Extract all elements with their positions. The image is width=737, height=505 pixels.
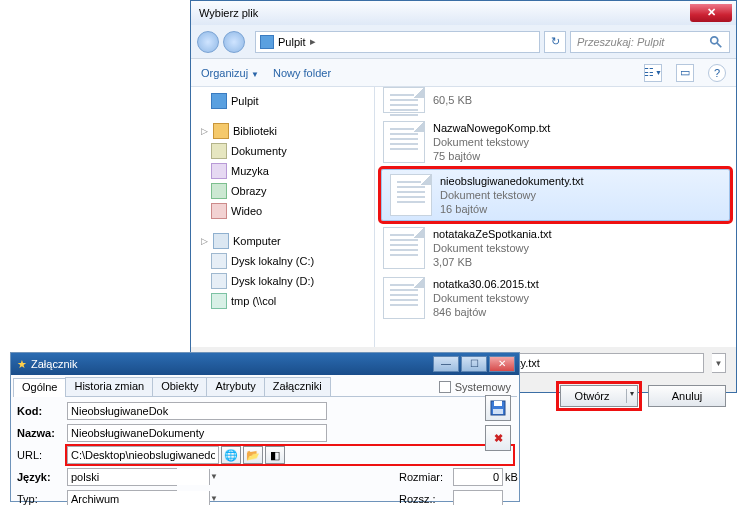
tab-attachments[interactable]: Załączniki	[264, 377, 331, 396]
sidebar-item-computer[interactable]: ▷Komputer	[191, 231, 374, 251]
cancel-button[interactable]: Anuluj	[648, 385, 726, 407]
file-item[interactable]: notatakaZeSpotkania.txt Dokument tekstow…	[375, 223, 736, 273]
view-options-button[interactable]: ☷▼	[644, 64, 662, 82]
file-name: notatka30.06.2015.txt	[433, 277, 539, 291]
file-name: NazwaNowegoKomp.txt	[433, 121, 550, 135]
toolbar: Organizuj▼ Nowy folder ☷▼ ▭ ?	[191, 59, 736, 87]
label-nazwa: Nazwa:	[17, 427, 63, 439]
maximize-button[interactable]: ☐	[461, 356, 487, 372]
attachment-titlebar[interactable]: ★ Załącznik — ☐ ✕	[11, 353, 519, 375]
tab-attributes[interactable]: Atrybuty	[206, 377, 264, 396]
open-folder-button[interactable]: 📂	[243, 446, 263, 464]
system-checkbox[interactable]	[439, 381, 451, 393]
desktop-icon	[260, 35, 274, 49]
system-checkbox-group: Systemowy	[439, 377, 517, 396]
file-open-dialog: Wybierz plik ✕ Pulpit ▸ ↻ Przeszukaj: Pu…	[190, 0, 737, 393]
diskette-icon	[490, 400, 506, 416]
chevron-down-icon[interactable]: ▼	[209, 491, 218, 505]
attachment-window: ★ Załącznik — ☐ ✕ Ogólne Historia zmian …	[10, 352, 520, 502]
browse-button[interactable]: 🌐	[221, 446, 241, 464]
drive-icon	[211, 273, 227, 289]
label-rozsz: Rozsz.:	[399, 493, 449, 505]
jezyk-combo[interactable]: ▼	[67, 468, 177, 486]
text-file-icon	[383, 277, 425, 319]
preview-pane-button[interactable]: ▭	[676, 64, 694, 82]
sidebar-item-network-drive[interactable]: tmp (\\col	[191, 291, 374, 311]
label-url: URL:	[17, 449, 63, 461]
save-button[interactable]	[485, 395, 511, 421]
sidebar-item-drive-c[interactable]: Dysk lokalny (C:)	[191, 251, 374, 271]
nazwa-input[interactable]	[67, 424, 327, 442]
sidebar-item-drive-d[interactable]: Dysk lokalny (D:)	[191, 271, 374, 291]
tab-objects[interactable]: Obiekty	[152, 377, 207, 396]
sidebar-item-videos[interactable]: Wideo	[191, 201, 374, 221]
text-file-icon	[383, 87, 425, 113]
nav-row: Pulpit ▸ ↻ Przeszukaj: Pulpit	[191, 25, 736, 59]
organize-menu[interactable]: Organizuj▼	[201, 67, 259, 79]
filename-history-button[interactable]: ▼	[712, 353, 726, 373]
pictures-icon	[211, 183, 227, 199]
sidebar-item-desktop[interactable]: Pulpit	[191, 91, 374, 111]
chevron-right-icon: ▸	[310, 35, 316, 48]
sidebar-item-pictures[interactable]: Obrazy	[191, 181, 374, 201]
label-kod: Kod:	[17, 405, 63, 417]
text-file-icon	[383, 227, 425, 269]
chevron-right-icon: ▷	[199, 126, 209, 136]
breadcrumb-location: Pulpit	[278, 36, 306, 48]
sidebar-item-music[interactable]: Muzyka	[191, 161, 374, 181]
url-row: 🌐 📂 ◧	[67, 446, 513, 464]
svg-rect-3	[494, 401, 502, 406]
file-name: nieobslugiwanedokumenty.txt	[440, 174, 584, 188]
file-item[interactable]: 60,5 KB	[375, 87, 736, 117]
kod-input[interactable]	[67, 402, 327, 420]
search-icon	[709, 35, 723, 49]
tab-history[interactable]: Historia zmian	[65, 377, 153, 396]
svg-point-0	[711, 36, 718, 43]
text-file-icon	[383, 121, 425, 163]
sidebar-item-libraries[interactable]: ▷Biblioteki	[191, 121, 374, 141]
search-input[interactable]: Przeszukaj: Pulpit	[570, 31, 730, 53]
new-folder-button[interactable]: Nowy folder	[273, 67, 331, 79]
file-list[interactable]: 60,5 KB NazwaNowegoKomp.txt Dokument tek…	[375, 87, 736, 347]
network-drive-icon	[211, 293, 227, 309]
star-icon: ★	[17, 358, 27, 371]
music-icon	[211, 163, 227, 179]
delete-button[interactable]: ✖	[485, 425, 511, 451]
text-file-icon	[390, 174, 432, 216]
places-sidebar[interactable]: Pulpit ▷Biblioteki Dokumenty Muzyka Obra…	[191, 87, 375, 347]
rozmiar-input[interactable]	[453, 468, 503, 486]
libraries-icon	[213, 123, 229, 139]
file-name: notatakaZeSpotkania.txt	[433, 227, 552, 241]
label-jezyk: Język:	[17, 471, 63, 483]
system-label: Systemowy	[455, 381, 511, 393]
label-rozmiar: Rozmiar:	[399, 471, 449, 483]
folder-open-icon: 📂	[246, 449, 260, 462]
computer-icon	[213, 233, 229, 249]
open-button[interactable]: Otwórz	[560, 385, 638, 407]
chevron-right-icon: ▷	[199, 236, 209, 246]
help-button[interactable]: ?	[708, 64, 726, 82]
attachment-form: Kod: Nazwa: URL: 🌐 📂 ◧ Język: ▼ Rozmiar:…	[13, 397, 517, 505]
close-button[interactable]: ✕	[489, 356, 515, 372]
typ-combo[interactable]: ▼	[67, 490, 177, 505]
refresh-button[interactable]: ↻	[544, 31, 566, 53]
drive-icon	[211, 253, 227, 269]
open-dialog-titlebar[interactable]: Wybierz plik ✕	[191, 1, 736, 25]
tab-bar: Ogólne Historia zmian Obiekty Atrybuty Z…	[13, 377, 517, 397]
breadcrumb[interactable]: Pulpit ▸	[255, 31, 540, 53]
file-item[interactable]: NazwaNowegoKomp.txt Dokument tekstowy 75…	[375, 117, 736, 167]
file-item-selected[interactable]: nieobslugiwanedokumenty.txt Dokument tek…	[381, 169, 730, 221]
file-item[interactable]: notatka30.06.2015.txt Dokument tekstowy …	[375, 273, 736, 323]
back-button[interactable]	[197, 31, 219, 53]
rozsz-input[interactable]	[453, 490, 503, 505]
minimize-button[interactable]: —	[433, 356, 459, 372]
tab-general[interactable]: Ogólne	[13, 378, 66, 397]
label-kb: kB	[505, 471, 518, 483]
sidebar-item-documents[interactable]: Dokumenty	[191, 141, 374, 161]
search-placeholder: Przeszukaj: Pulpit	[577, 36, 664, 48]
close-icon[interactable]: ✕	[690, 4, 732, 22]
forward-button[interactable]	[223, 31, 245, 53]
url-input[interactable]	[67, 446, 219, 464]
clear-url-button[interactable]: ◧	[265, 446, 285, 464]
chevron-down-icon[interactable]: ▼	[209, 469, 218, 485]
